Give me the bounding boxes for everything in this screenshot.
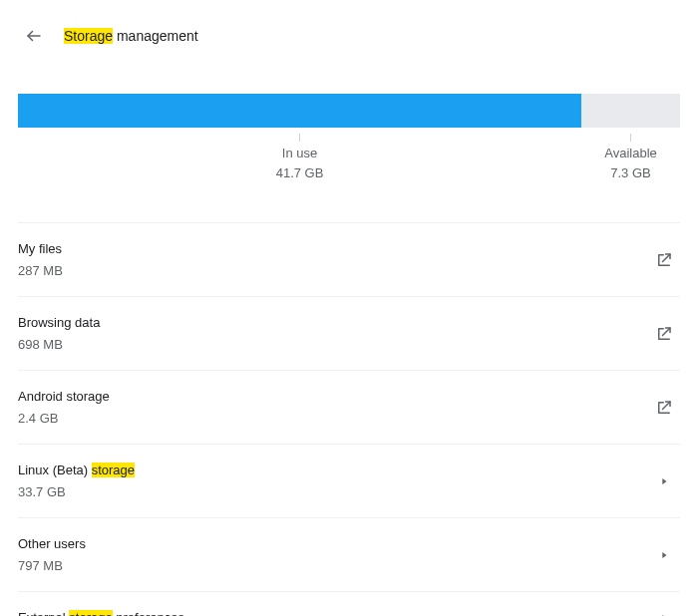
row-sub: 287 MB [18, 261, 63, 281]
row-left: Browsing data698 MB [18, 313, 100, 354]
legend-in-use: In use 41.7 GB [18, 134, 581, 182]
title-highlight: Storage [64, 28, 113, 44]
storage-row[interactable]: Other users797 MB [18, 518, 680, 592]
row-title-post: preferences [113, 610, 184, 616]
page-title: Storage management [64, 28, 198, 44]
title-post: management [113, 28, 198, 44]
row-sub: 33.7 GB [18, 482, 135, 502]
row-sub: 698 MB [18, 335, 100, 355]
storage-row[interactable]: My files287 MB [18, 223, 680, 297]
external-link-icon [654, 398, 674, 418]
row-sub: 2.4 GB [18, 409, 110, 429]
available-label: Available [604, 144, 657, 163]
in-use-value: 41.7 GB [276, 163, 324, 183]
in-use-label: In use [282, 144, 317, 163]
row-left: Android storage2.4 GB [18, 387, 110, 428]
chevron-right-icon [654, 545, 674, 565]
row-title: Other users [18, 534, 86, 554]
storage-row[interactable]: Linux (Beta) storage33.7 GB [18, 445, 680, 518]
row-left: Linux (Beta) storage33.7 GB [18, 461, 135, 501]
storage-bar-used [18, 94, 581, 128]
external-link-icon [654, 324, 674, 344]
storage-row[interactable]: Android storage2.4 GB [18, 371, 680, 445]
row-title-highlight: storage [69, 610, 112, 616]
row-title-pre: Android storage [18, 389, 110, 404]
arrow-left-icon [25, 27, 43, 45]
legend-available: Available 7.3 GB [581, 134, 680, 182]
row-title-pre: External [18, 610, 69, 616]
row-title-pre: My files [18, 241, 62, 256]
row-title: My files [18, 239, 63, 259]
legend-tick [630, 134, 631, 142]
available-value: 7.3 GB [610, 163, 650, 183]
row-left: Other users797 MB [18, 534, 86, 575]
row-title-highlight: storage [92, 462, 135, 477]
storage-row[interactable]: Browsing data698 MB [18, 297, 680, 371]
chevron-right-icon [654, 608, 674, 616]
row-title-pre: Linux (Beta) [18, 462, 92, 477]
row-left: My files287 MB [18, 239, 63, 280]
row-title: Browsing data [18, 313, 100, 333]
row-title-pre: Browsing data [18, 315, 100, 330]
storage-legend: In use 41.7 GB Available 7.3 GB [18, 134, 680, 182]
row-title: Android storage [18, 387, 110, 407]
legend-tick [299, 134, 300, 142]
row-left: External storage preferences [18, 608, 184, 616]
row-sub: 797 MB [18, 556, 86, 576]
row-title: External storage preferences [18, 608, 184, 616]
external-link-icon [654, 250, 674, 270]
row-title-pre: Other users [18, 536, 86, 551]
storage-summary: In use 41.7 GB Available 7.3 GB [18, 70, 680, 222]
storage-list: My files287 MBBrowsing data698 MBAndroid… [18, 222, 680, 616]
row-title: Linux (Beta) storage [18, 461, 135, 480]
chevron-right-icon [654, 471, 674, 491]
storage-bar [18, 94, 680, 128]
back-button[interactable] [18, 20, 50, 52]
storage-row[interactable]: External storage preferences [18, 592, 680, 616]
